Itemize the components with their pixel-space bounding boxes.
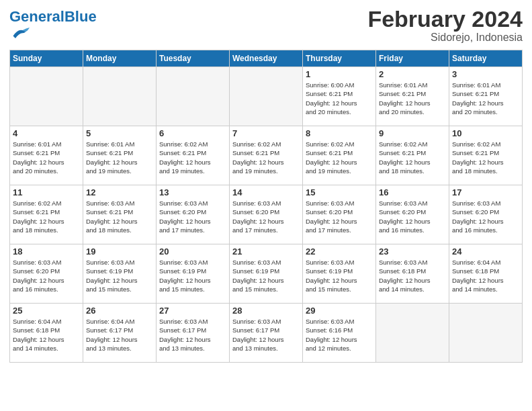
col-thursday: Thursday: [303, 50, 376, 67]
table-row: 7Sunrise: 6:02 AM Sunset: 6:21 PM Daylig…: [230, 126, 303, 185]
day-number: 18: [13, 246, 80, 257]
table-row: 28Sunrise: 6:03 AM Sunset: 6:17 PM Dayli…: [230, 304, 303, 363]
calendar-week-row: 1Sunrise: 6:00 AM Sunset: 6:21 PM Daylig…: [10, 67, 523, 126]
day-info: Sunrise: 6:03 AM Sunset: 6:19 PM Dayligh…: [159, 258, 226, 293]
day-number: 11: [13, 187, 80, 197]
day-number: 4: [13, 128, 80, 138]
day-number: 26: [86, 306, 153, 316]
day-info: Sunrise: 6:03 AM Sunset: 6:21 PM Dayligh…: [86, 199, 153, 234]
day-info: Sunrise: 6:03 AM Sunset: 6:17 PM Dayligh…: [159, 317, 226, 353]
table-row: 3Sunrise: 6:01 AM Sunset: 6:21 PM Daylig…: [449, 67, 523, 126]
table-row: 29Sunrise: 6:03 AM Sunset: 6:16 PM Dayli…: [303, 304, 376, 363]
header: GeneralBlue February 2024 Sidorejo, Indo…: [9, 7, 523, 46]
table-row: 16Sunrise: 6:03 AM Sunset: 6:20 PM Dayli…: [376, 185, 449, 244]
logo-general: General: [9, 8, 64, 25]
day-info: Sunrise: 6:03 AM Sunset: 6:20 PM Dayligh…: [452, 199, 519, 234]
day-number: 23: [379, 246, 446, 257]
day-number: 6: [159, 128, 226, 138]
calendar-week-row: 18Sunrise: 6:03 AM Sunset: 6:20 PM Dayli…: [10, 244, 523, 304]
table-row: 19Sunrise: 6:03 AM Sunset: 6:19 PM Dayli…: [83, 244, 157, 304]
table-row: 25Sunrise: 6:04 AM Sunset: 6:18 PM Dayli…: [10, 304, 83, 363]
calendar-week-row: 25Sunrise: 6:04 AM Sunset: 6:18 PM Dayli…: [10, 304, 523, 363]
day-info: Sunrise: 6:01 AM Sunset: 6:21 PM Dayligh…: [13, 140, 80, 175]
table-row: 15Sunrise: 6:03 AM Sunset: 6:20 PM Dayli…: [303, 185, 376, 244]
calendar-week-row: 11Sunrise: 6:02 AM Sunset: 6:21 PM Dayli…: [10, 185, 523, 244]
table-row: 8Sunrise: 6:02 AM Sunset: 6:21 PM Daylig…: [303, 126, 376, 185]
day-info: Sunrise: 6:00 AM Sunset: 6:21 PM Dayligh…: [306, 81, 373, 116]
day-number: 19: [86, 246, 153, 257]
table-row: 20Sunrise: 6:03 AM Sunset: 6:19 PM Dayli…: [157, 244, 230, 304]
day-number: 15: [306, 187, 373, 197]
day-number: 12: [86, 187, 153, 197]
day-info: Sunrise: 6:03 AM Sunset: 6:19 PM Dayligh…: [86, 258, 153, 293]
day-info: Sunrise: 6:03 AM Sunset: 6:19 PM Dayligh…: [306, 258, 373, 293]
table-row: 26Sunrise: 6:04 AM Sunset: 6:17 PM Dayli…: [83, 304, 157, 363]
table-row: 17Sunrise: 6:03 AM Sunset: 6:20 PM Dayli…: [449, 185, 523, 244]
subtitle: Sidorejo, Indonesia: [367, 32, 523, 44]
table-row: 2Sunrise: 6:01 AM Sunset: 6:21 PM Daylig…: [376, 67, 449, 126]
day-number: 16: [379, 187, 446, 197]
day-info: Sunrise: 6:03 AM Sunset: 6:20 PM Dayligh…: [232, 199, 300, 234]
day-info: Sunrise: 6:02 AM Sunset: 6:21 PM Dayligh…: [379, 140, 446, 175]
day-info: Sunrise: 6:04 AM Sunset: 6:17 PM Dayligh…: [86, 317, 153, 353]
table-row: 14Sunrise: 6:03 AM Sunset: 6:20 PM Dayli…: [230, 185, 303, 244]
col-tuesday: Tuesday: [157, 50, 230, 67]
page-container: GeneralBlue February 2024 Sidorejo, Indo…: [0, 0, 532, 368]
logo-bird-icon: [11, 24, 30, 43]
day-info: Sunrise: 6:04 AM Sunset: 6:18 PM Dayligh…: [13, 317, 80, 353]
col-friday: Friday: [376, 50, 449, 67]
day-number: 14: [232, 187, 300, 197]
table-row: [157, 67, 230, 126]
table-row: [230, 67, 303, 126]
table-row: 23Sunrise: 6:03 AM Sunset: 6:18 PM Dayli…: [376, 244, 449, 304]
table-row: [83, 67, 157, 126]
day-info: Sunrise: 6:03 AM Sunset: 6:20 PM Dayligh…: [13, 258, 80, 293]
table-row: [449, 304, 523, 363]
table-row: 4Sunrise: 6:01 AM Sunset: 6:21 PM Daylig…: [10, 126, 83, 185]
day-info: Sunrise: 6:02 AM Sunset: 6:21 PM Dayligh…: [452, 140, 519, 175]
logo-text: GeneralBlue: [9, 9, 97, 24]
day-number: 3: [452, 69, 519, 79]
day-number: 8: [306, 128, 373, 138]
col-monday: Monday: [83, 50, 157, 67]
table-row: 12Sunrise: 6:03 AM Sunset: 6:21 PM Dayli…: [83, 185, 157, 244]
table-row: 13Sunrise: 6:03 AM Sunset: 6:20 PM Dayli…: [157, 185, 230, 244]
day-info: Sunrise: 6:03 AM Sunset: 6:20 PM Dayligh…: [159, 199, 226, 234]
day-number: 22: [306, 246, 373, 257]
day-number: 28: [232, 306, 300, 316]
day-info: Sunrise: 6:03 AM Sunset: 6:20 PM Dayligh…: [306, 199, 373, 234]
day-number: 7: [232, 128, 300, 138]
day-number: 5: [86, 128, 153, 138]
day-info: Sunrise: 6:02 AM Sunset: 6:21 PM Dayligh…: [306, 140, 373, 175]
day-number: 29: [306, 306, 373, 316]
table-row: 6Sunrise: 6:02 AM Sunset: 6:21 PM Daylig…: [157, 126, 230, 185]
day-number: 2: [379, 69, 446, 79]
table-row: 10Sunrise: 6:02 AM Sunset: 6:21 PM Dayli…: [449, 126, 523, 185]
main-title: February 2024: [367, 7, 523, 32]
table-row: 27Sunrise: 6:03 AM Sunset: 6:17 PM Dayli…: [157, 304, 230, 363]
col-wednesday: Wednesday: [230, 50, 303, 67]
col-sunday: Sunday: [10, 50, 83, 67]
day-info: Sunrise: 6:01 AM Sunset: 6:21 PM Dayligh…: [379, 81, 446, 116]
day-number: 20: [159, 246, 226, 257]
table-row: 18Sunrise: 6:03 AM Sunset: 6:20 PM Dayli…: [10, 244, 83, 304]
day-number: 17: [452, 187, 519, 197]
table-row: 22Sunrise: 6:03 AM Sunset: 6:19 PM Dayli…: [303, 244, 376, 304]
day-info: Sunrise: 6:04 AM Sunset: 6:18 PM Dayligh…: [452, 258, 519, 293]
table-row: [10, 67, 83, 126]
table-row: 5Sunrise: 6:01 AM Sunset: 6:21 PM Daylig…: [83, 126, 157, 185]
calendar-header-row: Sunday Monday Tuesday Wednesday Thursday…: [10, 50, 523, 67]
table-row: 9Sunrise: 6:02 AM Sunset: 6:21 PM Daylig…: [376, 126, 449, 185]
logo: GeneralBlue: [9, 9, 97, 46]
day-info: Sunrise: 6:01 AM Sunset: 6:21 PM Dayligh…: [452, 81, 519, 116]
day-info: Sunrise: 6:02 AM Sunset: 6:21 PM Dayligh…: [159, 140, 226, 175]
title-block: February 2024 Sidorejo, Indonesia: [367, 7, 523, 44]
table-row: 1Sunrise: 6:00 AM Sunset: 6:21 PM Daylig…: [303, 67, 376, 126]
table-row: 24Sunrise: 6:04 AM Sunset: 6:18 PM Dayli…: [449, 244, 523, 304]
table-row: 11Sunrise: 6:02 AM Sunset: 6:21 PM Dayli…: [10, 185, 83, 244]
day-info: Sunrise: 6:03 AM Sunset: 6:20 PM Dayligh…: [379, 199, 446, 234]
logo-blue: Blue: [64, 8, 97, 25]
day-number: 1: [306, 69, 373, 79]
table-row: [376, 304, 449, 363]
day-info: Sunrise: 6:01 AM Sunset: 6:21 PM Dayligh…: [86, 140, 153, 175]
